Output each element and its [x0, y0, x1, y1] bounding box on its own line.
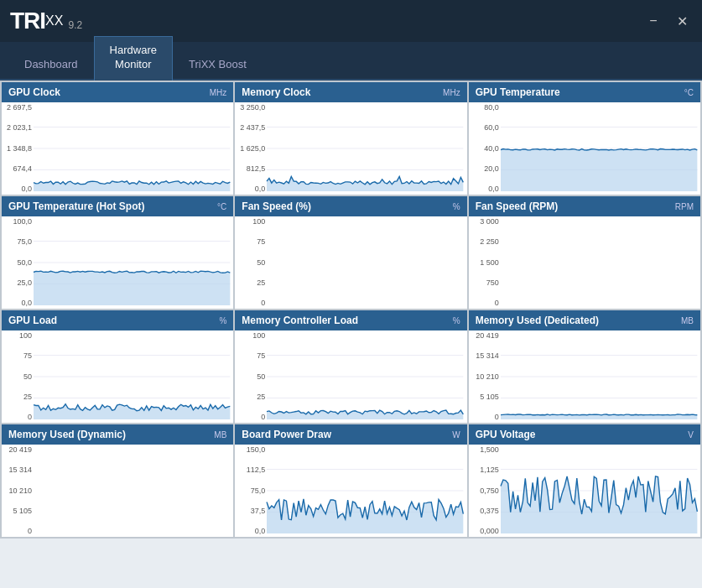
y-axis-label: 0 [261, 414, 265, 421]
y-axis-label: 20 419 [476, 332, 499, 340]
y-axis-label: 1 625,0 [240, 145, 265, 153]
y-axis-label: 0,750 [480, 487, 499, 495]
chart-unit-gpu-load: % [219, 316, 226, 325]
chart-unit-memory-controller-load: % [453, 316, 460, 325]
chart-svg-area-memory-controller-load [267, 334, 463, 419]
y-axis-label: 0 [28, 528, 32, 535]
tab-bar: Dashboard HardwareMonitor TriXX Boost [0, 42, 702, 81]
tab-hardware-monitor[interactable]: HardwareMonitor [94, 36, 173, 81]
chart-title-gpu-voltage: GPU Voltage [476, 429, 536, 440]
y-axis-label: 812,5 [247, 165, 266, 173]
y-axis-label: 5 105 [13, 507, 32, 515]
y-axis-label: 100,0 [13, 218, 32, 226]
y-axis-label: 0,0 [21, 299, 32, 307]
y-axis-label: 25 [257, 393, 265, 401]
chart-body-gpu-temperature-hotspot: 100,075,050,025,00,0 [2, 216, 233, 309]
chart-unit-gpu-clock: MHz [210, 88, 227, 97]
y-axis-label: 10 210 [476, 373, 499, 381]
y-axis-label: 50,0 [17, 259, 32, 267]
y-axis-label: 20 419 [8, 446, 32, 454]
chart-card-memory-controller-load: Memory Controller Load%1007550250 [235, 310, 466, 423]
logo-tri: TRI [10, 8, 45, 34]
chart-header-gpu-load: GPU Load% [2, 310, 233, 330]
chart-unit-gpu-voltage: V [688, 430, 694, 440]
chart-body-memory-controller-load: 1007550250 [235, 330, 466, 423]
chart-body-gpu-load: 1007550250 [2, 330, 233, 423]
chart-svg-area-gpu-voltage [501, 448, 697, 533]
chart-yaxis-gpu-voltage: 1,5001,1250,7500,3750,000 [469, 445, 501, 537]
chart-header-board-power-draw: Board Power DrawW [235, 424, 466, 445]
app-logo: TRI XX 9.2 [10, 8, 82, 34]
y-axis-label: 50 [257, 373, 265, 381]
y-axis-label: 75,0 [251, 487, 266, 495]
chart-unit-fan-speed-rpm: RPM [675, 202, 694, 211]
chart-title-fan-speed-rpm: Fan Speed (RPM) [476, 200, 559, 212]
chart-title-board-power-draw: Board Power Draw [242, 429, 331, 440]
chart-yaxis-board-power-draw: 150,0112,575,037,50,0 [235, 445, 267, 537]
chart-card-gpu-temperature-hotspot: GPU Temperature (Hot Spot)°C100,075,050,… [2, 196, 233, 309]
chart-svg-memory-used-dedicated [501, 334, 697, 419]
y-axis-label: 0,375 [480, 507, 499, 515]
y-axis-label: 2 023,1 [7, 124, 32, 132]
chart-svg-board-power-draw [267, 448, 463, 533]
y-axis-label: 674,4 [13, 165, 32, 173]
chart-header-gpu-voltage: GPU VoltageV [469, 424, 700, 445]
y-axis-label: 112,5 [247, 466, 266, 474]
chart-svg-area-gpu-clock [34, 106, 230, 191]
chart-header-gpu-temperature: GPU Temperature°C [469, 82, 700, 102]
y-axis-label: 10 210 [8, 487, 32, 495]
chart-svg-gpu-temperature-hotspot [34, 220, 230, 305]
chart-body-gpu-temperature: 80,060,040,020,00,0 [469, 102, 700, 195]
chart-title-gpu-clock: GPU Clock [8, 86, 60, 98]
y-axis-label: 0,0 [21, 185, 32, 193]
chart-svg-gpu-voltage [501, 448, 697, 533]
chart-yaxis-memory-clock: 3 250,02 437,51 625,0812,50,0 [235, 102, 267, 195]
chart-card-fan-speed-pct: Fan Speed (%)%1007550250 [235, 196, 466, 309]
chart-yaxis-gpu-temperature-hotspot: 100,075,050,025,00,0 [2, 216, 34, 309]
chart-card-gpu-clock: GPU ClockMHz2 697,52 023,11 348,8674,40,… [2, 82, 233, 195]
chart-header-fan-speed-rpm: Fan Speed (RPM)RPM [469, 196, 700, 216]
y-axis-label: 0 [495, 414, 499, 421]
y-axis-label: 50 [257, 259, 265, 267]
chart-unit-memory-used-dynamic: MB [214, 430, 226, 440]
minimize-button[interactable]: − [643, 11, 663, 31]
charts-grid: GPU ClockMHz2 697,52 023,11 348,8674,40,… [0, 81, 702, 539]
chart-title-memory-controller-load: Memory Controller Load [242, 315, 358, 326]
chart-header-fan-speed-pct: Fan Speed (%)% [235, 196, 466, 216]
y-axis-label: 1,500 [480, 446, 499, 454]
main-content: GPU ClockMHz2 697,52 023,11 348,8674,40,… [0, 81, 702, 588]
y-axis-label: 0,0 [255, 528, 266, 535]
y-axis-label: 5 105 [480, 393, 499, 401]
chart-title-fan-speed-pct: Fan Speed (%) [242, 200, 311, 212]
y-axis-label: 75,0 [17, 238, 32, 246]
y-axis-label: 0,000 [480, 528, 499, 535]
y-axis-label: 750 [486, 279, 499, 287]
y-axis-label: 75 [257, 352, 265, 360]
chart-card-fan-speed-rpm: Fan Speed (RPM)RPM3 0002 2501 5007500 [469, 196, 700, 309]
chart-body-memory-used-dynamic: 20 41915 31410 2105 1050 [2, 445, 233, 537]
y-axis-label: 80,0 [484, 104, 499, 112]
chart-header-memory-used-dynamic: Memory Used (Dynamic)MB [2, 424, 233, 445]
chart-unit-fan-speed-pct: % [453, 202, 460, 211]
chart-svg-area-gpu-load [34, 334, 230, 419]
chart-body-memory-clock: 3 250,02 437,51 625,0812,50,0 [235, 102, 466, 195]
y-axis-label: 0,0 [488, 185, 499, 193]
chart-body-gpu-clock: 2 697,52 023,11 348,8674,40,0 [2, 102, 233, 195]
y-axis-label: 3 000 [480, 218, 499, 226]
chart-title-memory-clock: Memory Clock [242, 86, 310, 98]
y-axis-label: 100 [252, 218, 265, 226]
chart-yaxis-memory-used-dedicated: 20 41915 31410 2105 1050 [469, 330, 501, 423]
close-button[interactable]: ✕ [672, 11, 692, 31]
chart-svg-memory-controller-load [267, 334, 463, 419]
y-axis-label: 1 500 [480, 259, 499, 267]
chart-header-gpu-temperature-hotspot: GPU Temperature (Hot Spot)°C [2, 196, 233, 216]
tab-dashboard[interactable]: Dashboard [8, 50, 94, 79]
tab-trixx-boost[interactable]: TriXX Boost [173, 50, 263, 79]
chart-yaxis-memory-used-dynamic: 20 41915 31410 2105 1050 [2, 445, 34, 537]
chart-card-memory-used-dynamic: Memory Used (Dynamic)MB20 41915 31410 21… [2, 424, 233, 537]
chart-header-memory-clock: Memory ClockMHz [235, 82, 466, 102]
y-axis-label: 75 [257, 238, 265, 246]
y-axis-label: 75 [23, 352, 32, 360]
chart-card-gpu-temperature: GPU Temperature°C80,060,040,020,00,0 [469, 82, 700, 195]
y-axis-label: 15 314 [8, 466, 32, 474]
